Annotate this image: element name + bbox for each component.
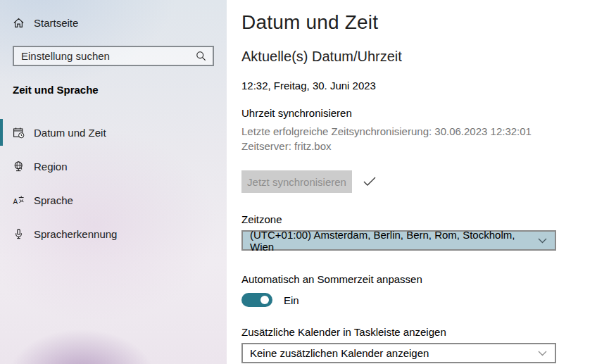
search-input[interactable] [14,47,196,65]
time-server-text: Zeitserver: fritz.box [241,139,556,153]
sync-section-heading: Uhrzeit synchronisieren [241,107,556,119]
sidebar-item-home[interactable]: Startseite [13,15,227,30]
sidebar-item-label: Spracherkennung [34,228,117,240]
language-icon: A [13,194,25,206]
current-datetime-heading: Aktuelle(s) Datum/Uhrzeit [241,49,556,65]
settings-sidebar: Startseite Zeit und Sprache Datum und Ze… [0,0,227,364]
timezone-label: Zeitzone [241,213,556,225]
calendar-clock-icon [13,127,25,139]
home-icon [13,17,25,29]
sidebar-item-spracherkennung[interactable]: Spracherkennung [0,220,227,247]
sidebar-item-label: Datum und Zeit [34,127,106,139]
svg-text:A: A [13,197,18,205]
timezone-selected-value: (UTC+01:00) Amsterdam, Berlin, Bern, Rom… [250,229,538,253]
dst-toggle[interactable] [241,293,272,307]
sidebar-item-datum-und-zeit[interactable]: Datum und Zeit [0,119,227,146]
sidebar-item-label: Sprache [34,194,73,206]
checkmark-icon [363,176,377,187]
page-title: Datum und Zeit [241,10,556,35]
search-icon[interactable] [196,51,206,61]
extra-calendars-dropdown[interactable]: Keine zusätzlichen Kalender anzeigen [241,343,556,363]
sidebar-nav: Datum und Zeit Region A Sprache [0,119,227,247]
chevron-down-icon [538,351,547,356]
sidebar-item-region[interactable]: Region [0,153,227,180]
dst-toggle-state: Ein [284,294,299,306]
sync-now-button[interactable]: Jetzt synchronisieren [241,170,352,193]
timezone-dropdown[interactable]: (UTC+01:00) Amsterdam, Berlin, Bern, Rom… [241,230,556,251]
settings-search-box[interactable] [13,46,214,66]
extra-calendars-label: Zusätzliche Kalender in Taskleiste anzei… [241,326,556,338]
sidebar-item-label: Region [34,161,68,172]
globe-icon [13,161,25,172]
sidebar-item-sprache[interactable]: A Sprache [0,187,227,213]
sidebar-section-heading: Zeit und Sprache [13,84,227,96]
microphone-icon [13,228,25,240]
last-sync-text: Letzte erfolgreiche Zeitsynchronisierung… [241,124,556,139]
toggle-knob [260,296,269,304]
chevron-down-icon [538,238,547,244]
main-content: Datum und Zeit Aktuelle(s) Datum/Uhrzeit… [227,0,597,364]
sidebar-home-label: Startseite [34,17,78,29]
dst-label: Automatisch an Sommerzeit anpassen [241,273,556,285]
current-datetime-value: 12:32, Freitag, 30. Juni 2023 [241,80,556,92]
extra-calendars-selected-value: Keine zusätzlichen Kalender anzeigen [250,347,429,359]
